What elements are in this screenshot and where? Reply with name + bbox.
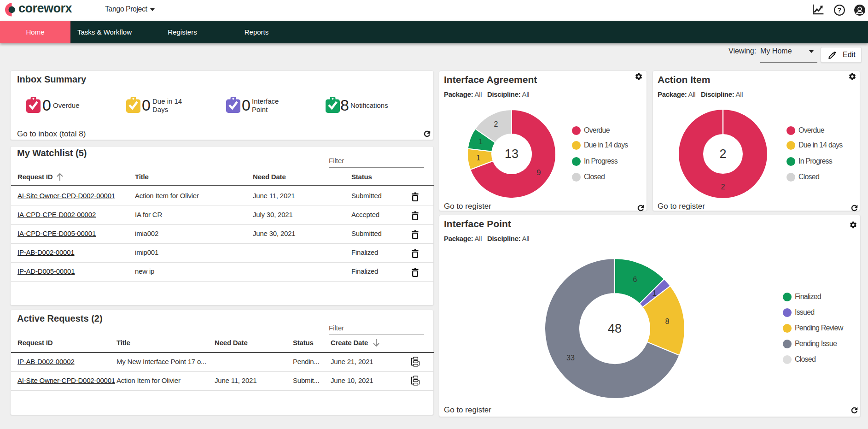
svg-text:?: ? <box>837 6 841 14</box>
